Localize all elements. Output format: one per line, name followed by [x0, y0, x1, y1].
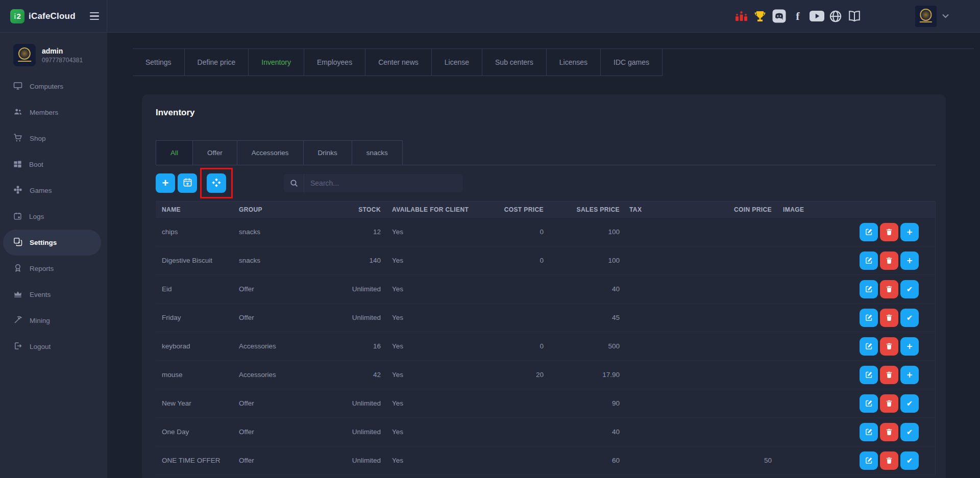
topbar-right: f: [730, 6, 980, 27]
edit-button[interactable]: [860, 366, 878, 384]
edit-button[interactable]: [860, 280, 878, 298]
delete-button[interactable]: [880, 394, 898, 413]
sidebar-item-shop[interactable]: Shop: [0, 125, 107, 152]
tab-define-price[interactable]: Define price: [185, 49, 249, 76]
topbar: i2 iCafeCloud f: [0, 0, 980, 33]
delete-button[interactable]: [880, 337, 898, 356]
tab-license[interactable]: License: [432, 49, 482, 76]
youtube-icon[interactable]: [809, 9, 824, 24]
edit-button[interactable]: [860, 423, 878, 441]
tab-settings[interactable]: Settings: [133, 49, 185, 76]
user-name: admin: [42, 47, 83, 55]
add-stock-button[interactable]: +: [900, 251, 919, 270]
edit-button[interactable]: [860, 394, 878, 413]
col-name: NAME: [156, 206, 239, 213]
tab-idc-games[interactable]: IDC games: [601, 49, 663, 76]
subtab-snacks[interactable]: snacks: [352, 140, 403, 165]
table-row: chips snacks 12 Yes 0 100 +: [156, 218, 935, 246]
add-item-button[interactable]: +: [156, 173, 175, 193]
table-row: mouse Accessories 42 Yes 20 17.90 +: [156, 361, 935, 389]
main-content: Settings Define price Inventory Employee…: [107, 33, 980, 478]
inventory-table: NAME GROUP STOCK AVAILABLE FOR CLIENT CO…: [156, 201, 936, 475]
layers-icon: [13, 237, 22, 248]
sidebar-item-games[interactable]: Games: [0, 178, 107, 204]
subtab-all[interactable]: All: [156, 140, 193, 165]
delete-button[interactable]: [880, 309, 898, 327]
crown-icon: [13, 289, 22, 300]
windows-icon: [13, 160, 22, 170]
page-title: Inventory: [156, 108, 936, 118]
ranking-icon[interactable]: [733, 9, 749, 24]
sidebar: admin 097778704381 Computers Members Sho…: [0, 33, 107, 478]
book-icon[interactable]: [847, 9, 862, 24]
add-stock-button[interactable]: +: [900, 337, 919, 356]
sidebar-nav: Computers Members Shop Boot Games Logs S…: [0, 73, 107, 360]
sidebar-item-mining[interactable]: Mining: [0, 308, 107, 334]
gamepad-icon: [13, 185, 22, 196]
add-stock-button[interactable]: +: [900, 223, 919, 241]
sidebar-item-computers[interactable]: Computers: [0, 73, 107, 99]
table-row: Digestive Biscuit snacks 140 Yes 0 100 +: [156, 246, 935, 275]
col-tax: TAX: [622, 206, 667, 213]
plus-icon: +: [162, 178, 169, 189]
inventory-toolbar: +: [156, 168, 936, 198]
facebook-icon[interactable]: f: [790, 9, 805, 24]
inventory-group-tabs: All Offer Accessories Drinks snacks: [156, 140, 936, 165]
table-row: New Year Offer Unlimited Yes 90 ✔: [156, 389, 935, 418]
table-row: Eid Offer Unlimited Yes 40 ✔: [156, 275, 935, 304]
subtab-accessories[interactable]: Accessories: [237, 140, 304, 165]
menu-hamburger-icon[interactable]: [90, 12, 99, 20]
add-stock-button[interactable]: +: [900, 366, 919, 384]
edit-button[interactable]: [860, 251, 878, 270]
edit-button[interactable]: [860, 223, 878, 241]
subtab-drinks[interactable]: Drinks: [304, 140, 352, 165]
table-row: keyborad Accessories 16 Yes 0 500 +: [156, 332, 935, 361]
icafecloud-logo-icon: i2: [10, 9, 24, 23]
sidebar-user-block: admin 097778704381: [0, 33, 107, 66]
search-box: [284, 174, 463, 192]
discord-icon[interactable]: [771, 9, 787, 24]
approve-button[interactable]: ✔: [900, 394, 919, 413]
approve-button[interactable]: ✔: [900, 309, 919, 327]
table-row: One Day Offer Unlimited Yes 40 ✔: [156, 418, 935, 446]
delete-button[interactable]: [880, 423, 898, 441]
sidebar-item-members[interactable]: Members: [0, 99, 107, 125]
monitor-icon: [13, 81, 22, 92]
user-avatar[interactable]: [915, 6, 937, 27]
tab-center-news[interactable]: Center news: [365, 49, 432, 76]
approve-button[interactable]: ✔: [900, 451, 919, 470]
tab-employees[interactable]: Employees: [304, 49, 365, 76]
sidebar-item-reports[interactable]: Reports: [0, 256, 107, 282]
approve-button[interactable]: ✔: [900, 280, 919, 298]
cart-icon: [13, 133, 22, 144]
chevron-down-icon[interactable]: [942, 12, 949, 20]
delete-button[interactable]: [880, 366, 898, 384]
approve-button[interactable]: ✔: [900, 423, 919, 441]
sidebar-avatar: [13, 44, 36, 66]
tab-sub-centers[interactable]: Sub centers: [482, 49, 547, 76]
subtab-offer[interactable]: Offer: [193, 140, 237, 165]
search-input[interactable]: [304, 179, 463, 187]
globe-icon[interactable]: [828, 9, 843, 24]
tab-licenses[interactable]: Licenses: [547, 49, 601, 76]
edit-button[interactable]: [860, 451, 878, 470]
sidebar-item-logout[interactable]: Logout: [0, 334, 107, 360]
edit-button[interactable]: [860, 337, 878, 356]
sidebar-item-logs[interactable]: Logs: [0, 204, 107, 230]
delete-button[interactable]: [880, 451, 898, 470]
trophy-icon[interactable]: [752, 9, 768, 24]
delete-button[interactable]: [880, 223, 898, 241]
category-grid-button[interactable]: [207, 173, 226, 193]
col-cost-price: COST PRICE: [497, 206, 546, 213]
delete-button[interactable]: [880, 251, 898, 270]
sidebar-item-boot[interactable]: Boot: [0, 152, 107, 178]
edit-button[interactable]: [860, 309, 878, 327]
table-row: Friday Offer Unlimited Yes 45 ✔: [156, 304, 935, 332]
inventory-card: Inventory All Offer Accessories Drinks s…: [142, 94, 946, 478]
brand-name: iCafeCloud: [29, 11, 76, 21]
tab-inventory[interactable]: Inventory: [249, 49, 304, 76]
sidebar-item-events[interactable]: Events: [0, 282, 107, 308]
sidebar-item-settings[interactable]: Settings: [3, 230, 101, 256]
delete-button[interactable]: [880, 280, 898, 298]
calendar-add-button[interactable]: [178, 173, 197, 193]
